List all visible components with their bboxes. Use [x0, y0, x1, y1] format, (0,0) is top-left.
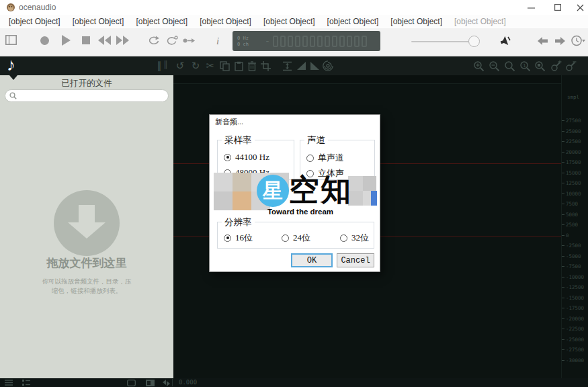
mosaic-block — [233, 173, 251, 191]
effect-spiral-icon[interactable] — [322, 60, 334, 72]
lcd-channels: 0 ch — [237, 42, 249, 47]
back-arrow-icon[interactable] — [538, 37, 548, 45]
ocenaudio-note-logo-icon: ♪ — [7, 55, 15, 74]
redo-icon[interactable]: ↻ — [190, 60, 202, 72]
lcd-ghost-digit — [310, 36, 315, 47]
zoom-in-icon[interactable] — [472, 60, 485, 72]
vertical-zoom-in-icon[interactable] — [550, 60, 562, 72]
menu-item[interactable]: [object Object] — [3, 15, 67, 28]
scale-tick: 5000 — [562, 210, 588, 220]
copy-icon[interactable] — [218, 60, 230, 72]
radio-mono[interactable] — [306, 155, 314, 162]
volume-slider-knob[interactable] — [468, 36, 480, 47]
loop-icon[interactable] — [148, 36, 160, 46]
resolution-option[interactable]: 32位 — [340, 232, 369, 244]
resolution-option[interactable]: 24位 — [282, 232, 310, 244]
radio-24bit[interactable] — [282, 234, 289, 242]
lcd-ghost-digit — [339, 36, 345, 47]
file-list-view-icon[interactable] — [4, 379, 13, 386]
paste-icon[interactable] — [233, 60, 245, 72]
amplitude-scale[interactable]: smpl 27500 25000 22500 20000 17500 15000… — [561, 75, 588, 378]
file-search-box[interactable] — [5, 89, 169, 102]
radio-16bit[interactable] — [224, 234, 231, 242]
menu-item[interactable]: [object Object] — [384, 15, 448, 28]
radio-44100[interactable] — [224, 154, 231, 161]
history-clock-icon[interactable] — [571, 35, 586, 46]
resolution-option[interactable]: 16位 — [224, 232, 253, 244]
drop-files-heading: 拖放文件到这里 — [0, 255, 173, 271]
scale-tick: -12500 — [562, 282, 588, 293]
sample-rate-option[interactable]: 44100 Hz — [224, 152, 269, 163]
search-input[interactable] — [19, 92, 164, 100]
minimap-panel-icon[interactable] — [145, 379, 155, 386]
fade-out-icon[interactable] — [308, 60, 321, 72]
lcd-sign: - — [265, 36, 270, 46]
scale-tick: 22500 — [562, 136, 588, 147]
fast-forward-button[interactable] — [116, 36, 129, 45]
vertical-zoom-out-icon[interactable] — [564, 60, 577, 72]
cut-icon[interactable]: ✂ — [204, 60, 216, 72]
status-bar: 0.000 — [0, 378, 588, 387]
file-detail-view-icon[interactable] — [22, 379, 31, 386]
scale-tick: -15000 — [562, 293, 588, 304]
time-display: 0 Hz 0 ch - — [233, 31, 380, 51]
menu-item[interactable]: [object Object] — [67, 15, 130, 28]
undo-icon[interactable]: ↺ — [174, 60, 186, 72]
zoom-out-icon[interactable] — [488, 60, 500, 72]
sample-rate-label: 采样率 — [222, 134, 255, 146]
close-button[interactable] — [570, 0, 588, 15]
mosaic-block — [363, 176, 376, 191]
watermark-brand: 空知 — [289, 173, 352, 207]
zoom-fit-icon[interactable] — [503, 60, 515, 72]
zoom-selection-icon[interactable] — [534, 60, 546, 72]
menu-item[interactable]: [object Object] — [130, 15, 194, 28]
scale-tick: 12500 — [562, 178, 588, 189]
radio-32bit[interactable] — [340, 234, 347, 242]
menu-item[interactable]: [object Object] — [321, 15, 385, 28]
scale-tick: 20000 — [562, 147, 588, 158]
normalize-icon[interactable] — [281, 60, 293, 72]
channels-label: 声道 — [304, 134, 328, 146]
toggle-sidebar-icon[interactable] — [5, 35, 17, 45]
scale-tick: 10000 — [562, 189, 588, 200]
drop-arrow-shaft — [79, 205, 95, 222]
selection-region-icon[interactable] — [126, 379, 136, 386]
mosaic-block — [363, 191, 371, 206]
menu-item[interactable]: [object Object] — [257, 15, 321, 28]
minimize-button[interactable] — [521, 0, 541, 15]
delete-trash-icon[interactable] — [246, 60, 258, 72]
scale-tick: -20000 — [562, 314, 588, 325]
menu-item[interactable]: [object Object] — [194, 15, 257, 28]
title-bar: ocenaudio — [0, 0, 588, 15]
forward-arrow-icon[interactable] — [555, 37, 565, 45]
rewind-button[interactable] — [98, 36, 111, 45]
search-icon — [9, 92, 17, 99]
channels-option[interactable]: 单声道 — [306, 152, 344, 164]
mosaic-block — [371, 191, 377, 206]
app-title: ocenaudio — [19, 3, 56, 12]
trim-crop-icon[interactable] — [259, 60, 271, 72]
markers-icon[interactable] — [161, 379, 171, 386]
toolbar-drag-handle[interactable]: ∥ — [153, 60, 165, 72]
menu-item[interactable]: [object Object] — [448, 15, 512, 28]
zoom-one-to-one-icon[interactable]: 1 — [519, 60, 531, 72]
maximize-button[interactable] — [548, 0, 568, 15]
record-button[interactable] — [40, 36, 49, 45]
scale-tick: -17500 — [562, 303, 588, 314]
time-ruler[interactable] — [173, 75, 561, 84]
loop-once-icon[interactable] — [166, 36, 178, 46]
mosaic-block — [233, 191, 251, 210]
lcd-ghost-digit — [288, 36, 293, 47]
fade-in-icon[interactable] — [295, 60, 307, 72]
play-button[interactable] — [62, 35, 71, 46]
stop-button[interactable] — [82, 36, 90, 44]
lcd-ghost-digit — [302, 36, 308, 47]
scale-tick: -27500 — [562, 345, 588, 355]
play-from-cursor-icon[interactable] — [183, 37, 195, 44]
monitor-speaker-icon[interactable] — [499, 34, 512, 48]
ok-button[interactable]: OK — [291, 253, 333, 267]
lcd-ghost-digit — [325, 36, 330, 47]
transport-toolbar: i 0 Hz 0 ch - — [0, 28, 588, 56]
info-icon[interactable]: i — [216, 36, 219, 47]
cancel-button[interactable]: Cancel — [337, 253, 374, 267]
